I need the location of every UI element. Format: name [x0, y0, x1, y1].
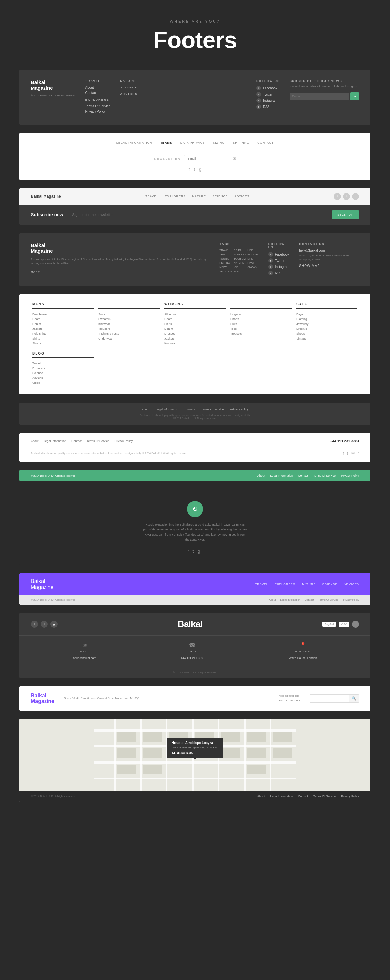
- footer3-twitter-icon[interactable]: t: [343, 193, 350, 200]
- footer6-tops[interactable]: Tops: [230, 327, 292, 331]
- footer1-link-privacy[interactable]: Privacy Policy: [86, 110, 111, 113]
- footer14-terms[interactable]: Terms Of Service: [313, 795, 336, 798]
- footer3-facebook-icon[interactable]: f: [334, 193, 341, 200]
- footer2-contact[interactable]: CONTACT: [257, 141, 274, 145]
- footer10-facebook[interactable]: f: [187, 549, 189, 554]
- footer5-email[interactable]: hello@baikal.com: [299, 249, 359, 252]
- footer6-jewellery[interactable]: Jewellery: [296, 322, 357, 326]
- footer6-womens-jackets[interactable]: Jackets: [165, 337, 225, 340]
- footer2-legal[interactable]: LEGAL INFORMATION: [116, 141, 152, 145]
- footer12-phone-link[interactable]: +44 191 211 3983: [181, 656, 205, 660]
- tag-holiday[interactable]: HOLIDAY: [247, 253, 259, 256]
- footer14-about[interactable]: About: [257, 795, 265, 798]
- footer6-womens-shorts[interactable]: Shorts: [230, 317, 292, 321]
- footer6-womens-suits[interactable]: Suits: [230, 322, 292, 326]
- footer6-clothing[interactable]: Clothing: [296, 317, 357, 321]
- footer7-about[interactable]: About: [141, 408, 149, 411]
- footer1-link-terms[interactable]: Terms Of Service: [86, 104, 111, 108]
- footer1-subscribe-btn[interactable]: →: [350, 92, 359, 100]
- footer6-shoes[interactable]: Shoes: [296, 332, 357, 335]
- footer8-rss[interactable]: r: [358, 451, 359, 456]
- footer6-shirts[interactable]: Shirts: [33, 337, 94, 340]
- footer14-contact[interactable]: Contact: [298, 795, 308, 798]
- footer6-bags[interactable]: Bags: [296, 313, 357, 316]
- footer11-legal[interactable]: Legal Information: [280, 598, 300, 601]
- footer11-contact[interactable]: Contact: [305, 598, 314, 601]
- footer11-travel[interactable]: TRAVEL: [255, 582, 268, 586]
- footer6-trousers[interactable]: Trousers: [98, 327, 160, 331]
- footer6-tshirts[interactable]: T-Shirts & vests: [98, 332, 160, 335]
- footer5-show-map[interactable]: SHOW MAP: [299, 264, 359, 268]
- footer12-gplus-icon[interactable]: g: [51, 620, 57, 628]
- footer6-lingerie[interactable]: Lingerie: [230, 313, 292, 316]
- tag-nature[interactable]: NATURE: [234, 261, 246, 264]
- footer10-twitter[interactable]: t: [193, 549, 194, 554]
- tag-trip[interactable]: TRIP: [219, 253, 232, 256]
- footer10-gplus[interactable]: g+: [198, 549, 203, 554]
- footer6-all-in-one[interactable]: All in one: [165, 313, 225, 316]
- footer6-shorts[interactable]: Shorts: [33, 342, 94, 345]
- footer2-data-privacy[interactable]: DATA PRIVACY: [181, 141, 205, 145]
- footer6-jackets[interactable]: Jackets: [33, 327, 94, 331]
- footer2-facebook[interactable]: f: [189, 167, 190, 172]
- footer3-advices[interactable]: ADVICES: [234, 195, 250, 198]
- footer6-knitwear[interactable]: Knitwear: [98, 322, 160, 326]
- footer9-contact[interactable]: Contact: [298, 474, 308, 477]
- footer9-terms[interactable]: Terms Of Service: [313, 474, 336, 477]
- footer12-address-link[interactable]: White House, London: [289, 656, 317, 660]
- footer13-search-input[interactable]: [310, 695, 349, 702]
- footer2-gplus[interactable]: g: [199, 167, 201, 172]
- tag-tourism[interactable]: TOURISM: [234, 257, 246, 260]
- footer2-email-input[interactable]: [184, 155, 230, 162]
- footer9-about[interactable]: About: [257, 474, 265, 477]
- footer3-science[interactable]: SCIENCE: [212, 195, 228, 198]
- footer14-privacy[interactable]: Privacy Policy: [341, 795, 359, 798]
- tag-fun[interactable]: FUN: [234, 270, 246, 273]
- footer1-link-about[interactable]: About: [86, 86, 111, 89]
- footer14-legal[interactable]: Legal Information: [270, 795, 293, 798]
- footer3-nature[interactable]: NATURE: [192, 195, 206, 198]
- tag-life[interactable]: LIFE: [247, 249, 259, 252]
- tag-bridal[interactable]: BRIDAL: [234, 249, 246, 252]
- footer6-denim[interactable]: Denim: [33, 322, 94, 326]
- footer8-legal[interactable]: Legal Information: [44, 439, 67, 443]
- footer6-sweaters[interactable]: Sweaters: [98, 317, 160, 321]
- footer7-terms[interactable]: Terms Of Service: [201, 408, 224, 411]
- footer6-science[interactable]: Science: [33, 371, 94, 375]
- footer4-signup-btn[interactable]: SIGN UP: [332, 210, 359, 219]
- tag-tourist[interactable]: TOURIST: [219, 257, 232, 260]
- footer1-email-input[interactable]: [290, 93, 349, 100]
- footer6-womens-knitwear[interactable]: Knitwear: [165, 342, 225, 345]
- footer1-rss[interactable]: r RSS: [257, 104, 280, 109]
- footer6-dresses[interactable]: Dresses: [165, 332, 225, 335]
- footer7-legal[interactable]: Legal Information: [156, 408, 178, 411]
- footer6-coats[interactable]: Coats: [33, 317, 94, 321]
- footer3-gplus-icon[interactable]: g: [352, 193, 359, 200]
- footer5-instagram[interactable]: i Instagram: [268, 264, 289, 269]
- footer1-twitter[interactable]: t Twitter: [257, 92, 280, 97]
- footer7-privacy[interactable]: Privacy Policy: [230, 408, 249, 411]
- footer8-privacy[interactable]: Privacy Policy: [114, 439, 133, 443]
- footer1-instagram[interactable]: i Instagram: [257, 98, 280, 103]
- footer3-travel[interactable]: TRAVEL: [145, 195, 158, 198]
- footer6-skirts[interactable]: Skirts: [165, 322, 225, 326]
- footer5-facebook[interactable]: f Facebook: [268, 252, 289, 257]
- footer13-search-btn[interactable]: 🔍: [349, 695, 359, 702]
- tag-ice[interactable]: ICE: [234, 266, 246, 269]
- tag-journey[interactable]: JOURNEY: [234, 253, 246, 256]
- tag-fishing[interactable]: FISHING: [219, 261, 232, 264]
- footer6-lifestyle[interactable]: Lifestyle: [296, 327, 357, 331]
- footer6-polo[interactable]: Polo shirts: [33, 332, 94, 335]
- footer6-underwear[interactable]: Underwear: [98, 337, 160, 340]
- footer8-terms[interactable]: Terms Of Service: [87, 439, 109, 443]
- footer9-privacy[interactable]: Privacy Policy: [341, 474, 359, 477]
- footer6-travel[interactable]: Travel: [33, 362, 94, 365]
- footer8-twitter[interactable]: t: [347, 451, 348, 456]
- footer6-womens-coats[interactable]: Coats: [165, 317, 225, 321]
- tag-life2[interactable]: LIFE: [247, 257, 259, 260]
- tag-vacation[interactable]: VACATION: [219, 270, 232, 273]
- footer6-suits[interactable]: Suits: [98, 313, 160, 316]
- footer8-about[interactable]: About: [31, 439, 39, 443]
- footer6-explorers[interactable]: Explorers: [33, 367, 94, 370]
- tag-travel[interactable]: TRAVEL: [219, 249, 232, 252]
